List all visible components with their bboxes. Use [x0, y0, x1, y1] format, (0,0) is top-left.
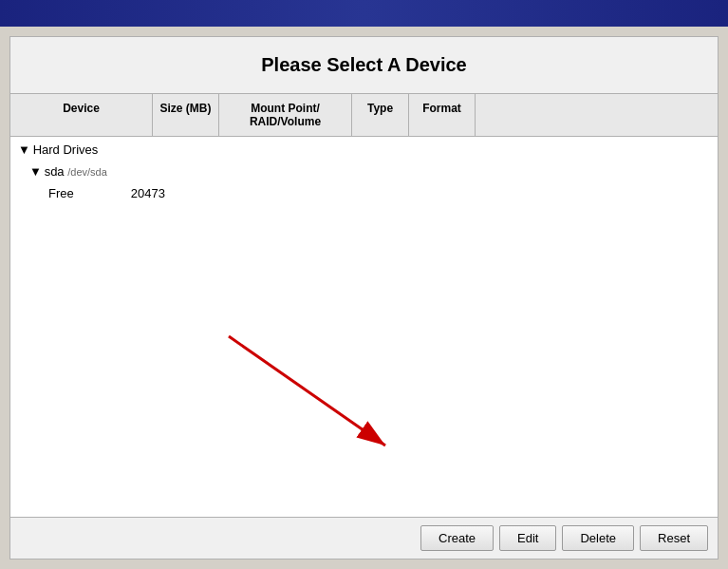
reset-button[interactable]: Reset: [640, 525, 708, 551]
main-container: Please Select A Device Device Size (MB) …: [9, 36, 719, 560]
sda-label: sda: [45, 164, 68, 179]
arrow-annotation: [200, 327, 438, 469]
page-title: Please Select A Device: [28, 54, 700, 76]
col-format: Format: [409, 94, 476, 136]
chevron-icon: ▼: [29, 164, 41, 179]
col-device: Device: [10, 94, 153, 136]
chevron-icon: ▼: [18, 142, 29, 157]
create-button[interactable]: Create: [420, 525, 494, 551]
table-area: Device Size (MB) Mount Point/ RAID/Volum…: [10, 94, 718, 559]
tree-row-free[interactable]: Free 20473: [10, 182, 718, 204]
delete-button[interactable]: Delete: [562, 525, 634, 551]
col-mountpoint: Mount Point/ RAID/Volume: [219, 94, 352, 136]
free-label: Free: [48, 186, 74, 200]
col-size: Size (MB): [153, 94, 219, 136]
svg-line-1: [229, 336, 385, 446]
hard-drives-label: Hard Drives: [33, 142, 99, 157]
sda-path: /dev/sda: [67, 166, 107, 178]
edit-button[interactable]: Edit: [499, 525, 556, 551]
tree-row-hard-drives: ▼ Hard Drives: [10, 137, 718, 161]
table-header: Device Size (MB) Mount Point/ RAID/Volum…: [10, 94, 718, 137]
col-type: Type: [352, 94, 409, 136]
top-bar: [0, 0, 728, 27]
tree-row-sda[interactable]: ▼ sda /dev/sda: [10, 161, 718, 182]
title-section: Please Select A Device: [10, 37, 718, 94]
free-size: 20473: [131, 186, 165, 200]
action-buttons: Create Edit Delete Reset: [10, 517, 718, 559]
table-body: ▼ Hard Drives ▼ sda /dev/sda Free 20473: [10, 137, 718, 517]
